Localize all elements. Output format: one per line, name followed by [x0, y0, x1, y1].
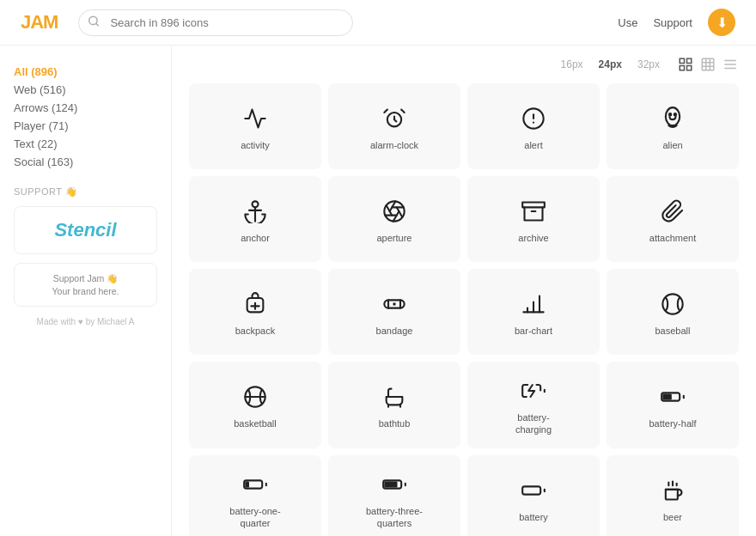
svg-rect-5	[687, 66, 692, 70]
svg-point-23	[674, 113, 676, 115]
icon-card-bar-chart[interactable]: bar-chart	[467, 269, 600, 355]
svg-rect-60	[522, 486, 540, 494]
icon-card-battery-one-quarter[interactable]: battery-one-quarter	[189, 455, 321, 536]
icon-card-bathtub[interactable]: bathtub	[328, 362, 460, 448]
icon-card-activity[interactable]: activity	[189, 83, 321, 169]
icon-card-backpack[interactable]: backpack	[189, 269, 321, 355]
nav-use[interactable]: Use	[618, 16, 637, 29]
view-options	[677, 56, 739, 73]
svg-rect-53	[662, 394, 672, 400]
sidebar-item-web[interactable]: Web (516)	[14, 81, 157, 99]
nav-support[interactable]: Support	[653, 16, 692, 29]
icon-card-aperture[interactable]: aperture	[328, 176, 460, 262]
search-wrap	[78, 9, 353, 36]
svg-rect-6	[702, 58, 714, 70]
logo: JAM	[21, 11, 58, 34]
sidebar-item-player[interactable]: Player (71)	[14, 117, 157, 135]
svg-point-21	[666, 107, 680, 125]
made-with: Made with ♥ by Michael A	[14, 317, 157, 326]
icon-card-beer[interactable]: beer	[607, 455, 739, 536]
icon-card-anchor[interactable]: anchor	[189, 176, 321, 262]
svg-rect-4	[680, 66, 684, 70]
icon-card-alien[interactable]: alien	[607, 83, 739, 169]
support-label: SUPPORT 👋	[14, 186, 157, 198]
sidebar-item-social[interactable]: Social (163)	[14, 153, 157, 171]
icon-card-battery-half[interactable]: battery-half	[607, 362, 739, 448]
icon-card-bandage[interactable]: bandage	[328, 269, 460, 355]
svg-rect-3	[687, 58, 692, 63]
icon-card-basketball[interactable]: basketball	[189, 362, 321, 448]
stencil-card[interactable]: Stencil	[14, 206, 157, 254]
icon-card-attachment[interactable]: attachment	[607, 176, 739, 262]
icon-card-archive[interactable]: archive	[467, 176, 600, 262]
search-input[interactable]	[78, 9, 353, 36]
size-16px[interactable]: 16px	[558, 57, 587, 72]
stencil-logo: Stencil	[54, 219, 116, 241]
size-32px[interactable]: 32px	[634, 57, 663, 72]
sidebar-item-all[interactable]: All (896)	[14, 63, 157, 81]
icon-card-alarm-clock[interactable]: alarm-clock	[328, 83, 460, 169]
download-button[interactable]: ⬇	[708, 9, 735, 36]
svg-line-15	[384, 109, 387, 113]
view-grid[interactable]	[699, 56, 716, 73]
svg-point-38	[393, 302, 396, 306]
svg-point-22	[669, 113, 671, 115]
sidebar-item-text[interactable]: Text (22)	[14, 135, 157, 153]
main-content: 16px 24px 32px activity	[172, 46, 756, 536]
icon-grid: activity alarm-clock alert alien anchor	[189, 83, 739, 536]
layout: All (896) Web (516) Arrows (124) Player …	[0, 46, 756, 536]
svg-line-16	[401, 109, 405, 113]
sponsor-card[interactable]: Support Jam 👋Your brand here.	[14, 263, 157, 307]
view-outline[interactable]	[677, 56, 694, 73]
svg-rect-2	[680, 58, 684, 63]
icon-card-battery[interactable]: battery	[467, 455, 600, 536]
sidebar: All (896) Web (516) Arrows (124) Player …	[0, 46, 172, 536]
view-list[interactable]	[722, 56, 739, 73]
svg-rect-59	[384, 481, 397, 487]
icon-card-baseball[interactable]: baseball	[607, 269, 739, 355]
icon-card-battery-three-quarters[interactable]: battery-three-quarters	[328, 455, 460, 536]
icon-card-alert[interactable]: alert	[467, 83, 600, 169]
size-bar: 16px 24px 32px	[189, 56, 739, 73]
icon-card-battery-charging[interactable]: battery-charging	[467, 362, 600, 448]
svg-rect-34	[522, 202, 545, 207]
sponsor-text: Support Jam 👋Your brand here.	[23, 272, 148, 297]
sidebar-item-arrows[interactable]: Arrows (124)	[14, 99, 157, 117]
header: JAM Use Support ⬇	[0, 0, 756, 46]
search-icon	[88, 15, 100, 30]
svg-rect-56	[245, 481, 249, 487]
svg-line-1	[96, 23, 99, 26]
header-nav: Use Support ⬇	[618, 9, 735, 36]
svg-point-24	[253, 201, 259, 207]
size-24px[interactable]: 24px	[595, 57, 625, 72]
